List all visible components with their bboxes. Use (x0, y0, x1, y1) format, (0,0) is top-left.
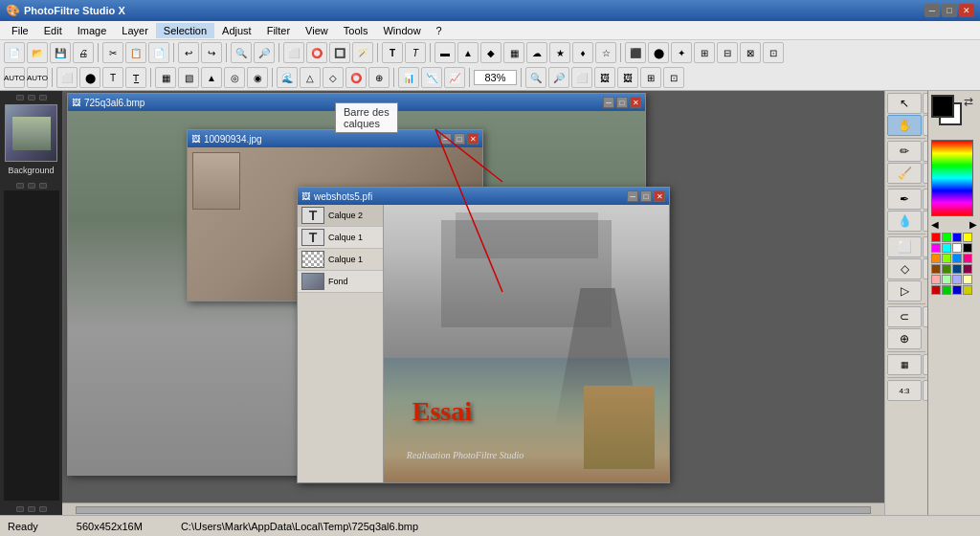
color-orange[interactable] (931, 254, 941, 263)
film-thumbnail[interactable] (5, 104, 57, 162)
tb-r2-3[interactable]: T (102, 67, 123, 88)
tool-pat-1[interactable]: ▦ (887, 354, 922, 375)
tb-r2-21[interactable]: 🖼 (594, 67, 615, 88)
tb-misc-7[interactable]: ⊡ (763, 42, 784, 63)
color-olive[interactable] (942, 264, 951, 274)
doc2-close[interactable]: ✕ (467, 133, 479, 145)
menu-window[interactable]: Window (375, 23, 428, 38)
tb-r2-4[interactable]: T̲ (125, 67, 146, 88)
tb-r2-2[interactable]: ⬤ (79, 67, 100, 88)
tb-r2-1[interactable]: ⬜ (56, 67, 78, 88)
color-yellow[interactable] (963, 233, 972, 242)
tb-r2-22[interactable]: 🖼 (617, 67, 638, 88)
tool-select[interactable]: ↖ (887, 93, 922, 114)
tb-copy[interactable]: 📋 (125, 42, 146, 63)
layer-item-fond[interactable]: Fond (298, 271, 383, 293)
color-black[interactable] (963, 243, 972, 253)
tb-misc-1[interactable]: ⬛ (625, 42, 646, 63)
layer-item-calque2[interactable]: T Calque 2 (298, 205, 383, 227)
tb-r2-5[interactable]: ▦ (155, 67, 176, 88)
tb-print[interactable]: 🖨 (73, 42, 94, 63)
menu-view[interactable]: View (298, 23, 336, 38)
tb-r2-18[interactable]: 🔍 (525, 67, 546, 88)
maximize-button[interactable]: □ (942, 4, 957, 17)
zoom-input[interactable]: 83% (474, 70, 517, 85)
tb-shape-7[interactable]: ♦ (572, 42, 593, 63)
tb-zoom-out[interactable]: 🔎 (254, 42, 275, 63)
tool-arrow-r[interactable]: ▷ (887, 280, 922, 302)
tb-r2-14[interactable]: ⊕ (368, 67, 390, 88)
tb-shape-6[interactable]: ★ (549, 42, 570, 63)
tb-auto-1[interactable]: AUTO (4, 67, 25, 88)
tb-misc-3[interactable]: ✦ (671, 42, 692, 63)
tb-r2-7[interactable]: ▲ (201, 67, 222, 88)
tb-select-lasso[interactable]: 🔲 (329, 42, 350, 63)
tool-eraser[interactable]: 🧹 (887, 163, 922, 184)
minimize-button[interactable]: ─ (924, 4, 940, 17)
menu-file[interactable]: File (4, 23, 36, 38)
menu-layer[interactable]: Layer (114, 23, 156, 38)
tb-open[interactable]: 📂 (27, 42, 48, 63)
tb-shape-8[interactable]: ☆ (595, 42, 616, 63)
main-doc-close[interactable]: ✕ (630, 97, 641, 108)
tool-fill[interactable]: 💧 (887, 211, 922, 232)
layer-item-calque1b[interactable]: Calque 1 (298, 249, 383, 271)
tool-ratio-4-3[interactable]: 4:3 (887, 380, 922, 401)
tb-shape-1[interactable]: ▬ (434, 42, 456, 63)
tool-crop[interactable]: ⊕ (887, 328, 922, 349)
tb-r2-6[interactable]: ▧ (178, 67, 199, 88)
menu-tools[interactable]: Tools (336, 23, 376, 38)
color-navy[interactable] (952, 264, 962, 274)
color-pink[interactable] (963, 254, 972, 263)
color-green[interactable] (942, 233, 951, 242)
menu-filter[interactable]: Filter (259, 23, 298, 38)
tb-r2-13[interactable]: ⭕ (345, 67, 367, 88)
doc2-minimize[interactable]: ─ (440, 133, 452, 145)
color-brown[interactable] (931, 264, 941, 274)
tb-r2-15[interactable]: 📊 (398, 67, 419, 88)
tb-shape-4[interactable]: ▦ (503, 42, 524, 63)
color-white[interactable] (952, 243, 962, 253)
main-doc-maximize[interactable]: □ (616, 97, 628, 108)
tb-redo[interactable]: ↪ (201, 42, 222, 63)
color-red[interactable] (931, 233, 941, 242)
color-cyan[interactable] (942, 243, 951, 253)
color-darkyellow[interactable] (963, 285, 972, 295)
tool-pen[interactable]: ✒ (887, 189, 922, 210)
color-lightyellow[interactable] (963, 275, 972, 284)
tb-undo[interactable]: ↩ (178, 42, 199, 63)
tb-save[interactable]: 💾 (50, 42, 71, 63)
tb-shape-5[interactable]: ☁ (526, 42, 547, 63)
tb-new[interactable]: 📄 (4, 42, 25, 63)
tb-misc-6[interactable]: ⊠ (740, 42, 761, 63)
menu-selection[interactable]: Selection (156, 23, 214, 38)
doc3-maximize[interactable]: □ (640, 190, 652, 202)
menu-adjust[interactable]: Adjust (214, 23, 259, 38)
doc2-maximize[interactable]: □ (454, 133, 465, 145)
swap-colors[interactable]: ⇄ (964, 95, 973, 108)
foreground-swatch[interactable] (931, 95, 954, 118)
palette-right[interactable]: ▶ (969, 219, 977, 230)
tool-rect[interactable]: ⬜ (887, 236, 922, 257)
workspace-scrollbar-h[interactable] (62, 502, 884, 516)
tb-r2-10[interactable]: 🌊 (277, 67, 298, 88)
tb-cut[interactable]: ✂ (102, 42, 123, 63)
color-lime[interactable] (942, 254, 951, 263)
tb-r2-16[interactable]: 📉 (421, 67, 442, 88)
layer-item-calque1[interactable]: T Calque 1 (298, 227, 383, 249)
tb-select-magic[interactable]: 🪄 (352, 42, 373, 63)
color-lightblue[interactable] (952, 275, 962, 284)
tb-text-2[interactable]: T (405, 42, 426, 63)
main-doc-minimize[interactable]: ─ (603, 97, 614, 108)
tb-r2-19[interactable]: 🔎 (548, 67, 569, 88)
tb-misc-4[interactable]: ⊞ (694, 42, 715, 63)
menu-help[interactable]: ? (429, 23, 450, 38)
tool-diamond[interactable]: ◇ (887, 258, 922, 279)
tb-r2-20[interactable]: ⬜ (571, 67, 592, 88)
tb-zoom-in[interactable]: 🔍 (231, 42, 252, 63)
tool-lasso[interactable]: ⊂ (887, 306, 922, 327)
tb-r2-24[interactable]: ⊡ (663, 67, 684, 88)
close-button[interactable]: ✕ (959, 4, 974, 17)
palette-left[interactable]: ◀ (931, 219, 939, 230)
tb-auto-2[interactable]: AUTO (27, 67, 48, 88)
